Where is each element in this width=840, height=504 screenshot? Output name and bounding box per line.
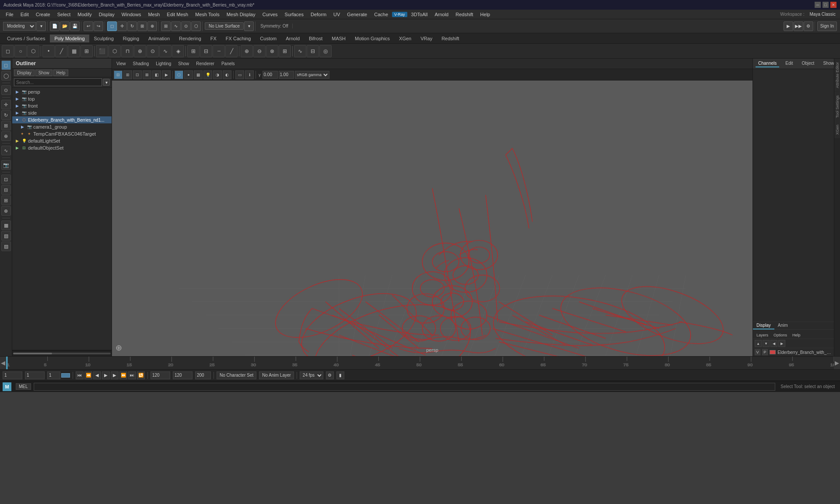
camera-icon[interactable]: 📷 (1, 160, 11, 170)
mode-animation[interactable]: Animation (144, 35, 174, 42)
transport-loop-btn[interactable]: 🔁 (137, 371, 145, 379)
frame-current-input[interactable] (25, 371, 45, 379)
mode-redshift[interactable]: Redshift (437, 35, 463, 42)
shelf-combine[interactable]: ⊕ (241, 45, 253, 57)
dp-tab-anim[interactable]: Anim (774, 322, 791, 329)
menu-deform[interactable]: Deform (308, 11, 329, 18)
shelf-target-weld[interactable]: ⊙ (147, 45, 159, 57)
shelf-offset-edge[interactable]: ⊟ (200, 45, 212, 57)
universal-tool-button[interactable]: ⊕ (147, 21, 157, 31)
shelf-insert-edge[interactable]: ⊞ (187, 45, 200, 57)
mode-vray[interactable]: VRay (416, 35, 437, 42)
snap-curve-button[interactable]: ∿ (171, 21, 181, 31)
shelf-face[interactable]: ▦ (68, 45, 80, 57)
playback-end-btn[interactable]: ▮ (336, 371, 344, 379)
menu-edit-mesh[interactable]: Edit Mesh (164, 11, 191, 18)
shelf-slice[interactable]: ╱ (225, 45, 238, 57)
menu-help[interactable]: Help (477, 11, 494, 18)
render-button[interactable]: ▶ (784, 21, 793, 31)
timeline-ruler[interactable]: 1 5 10 15 20 25 30 35 40 45 50 55 60 65 … (6, 357, 834, 369)
playback-setting-btn[interactable]: ⚙ (326, 371, 334, 379)
vp-cam-persp2[interactable]: ◧ (152, 70, 161, 79)
outliner-search-input[interactable] (14, 78, 102, 86)
rs-tab-attr[interactable]: Attribute Editor (834, 59, 840, 92)
outliner-display-btn[interactable]: Display (14, 70, 35, 76)
render-seq-button[interactable]: ▶▶ (794, 21, 803, 31)
vp-menu-show[interactable]: Show (175, 60, 192, 67)
mode-sculpting[interactable]: Sculpting (90, 35, 118, 42)
layer-help-btn[interactable]: Help (791, 332, 802, 338)
select-tool-button[interactable]: ◻ (107, 21, 117, 31)
maximize-button[interactable]: □ (822, 2, 829, 8)
open-file-button[interactable]: 📂 (60, 21, 70, 31)
tool-option-2[interactable]: ⊟ (1, 185, 11, 195)
menu-windows[interactable]: Windows (119, 11, 144, 18)
vp-cam-side[interactable]: ⊡ (133, 70, 142, 79)
menu-edit[interactable]: Edit (18, 11, 32, 18)
menu-mesh-tools[interactable]: Mesh Tools (192, 11, 222, 18)
outliner-show-btn[interactable]: Show (35, 70, 52, 76)
vp-smooth-btn[interactable]: ● (184, 70, 193, 79)
transport-prev-btn[interactable]: ◀ (93, 371, 101, 379)
tool-option-1[interactable]: ⊡ (1, 175, 11, 184)
no-anim-layer-btn[interactable]: No Anim Layer (259, 371, 294, 379)
tool-option-4[interactable]: ⊕ (1, 206, 11, 216)
mode-poly-modeling[interactable]: Poly Modeling (50, 35, 89, 42)
snap-grid-button[interactable]: ⊞ (161, 21, 171, 31)
vp-menu-renderer[interactable]: Renderer (193, 60, 217, 67)
vp-menu-view[interactable]: View (114, 60, 129, 67)
layer-left-btn[interactable]: ◀ (770, 340, 777, 347)
shelf-bevel[interactable]: ⬡ (108, 45, 121, 57)
outliner-item-defaultlightset[interactable]: ▶ 💡 defaultLightSet (12, 137, 112, 144)
snap-surface-button[interactable]: ⬡ (191, 21, 201, 31)
mode-fx[interactable]: FX (206, 35, 221, 42)
mode-selector[interactable]: Modeling Rigging Animation (3, 22, 36, 31)
universal-manip-icon[interactable]: ⊕ (1, 131, 11, 141)
shelf-select[interactable]: ◻ (2, 45, 14, 57)
rotate-tool-button[interactable]: ↻ (127, 21, 137, 31)
mode-mash[interactable]: MASH (327, 35, 350, 42)
new-file-button[interactable]: 📄 (50, 21, 60, 31)
outliner-item-side[interactable]: ▶ 📷 side (12, 109, 112, 116)
lasso-mode-icon[interactable]: ◯ (1, 71, 11, 80)
end-frame-input[interactable] (150, 371, 170, 379)
mode-motion-graphics[interactable]: Motion Graphics (350, 35, 394, 42)
shelf-multi[interactable]: ⊞ (80, 45, 93, 57)
out-frame-input[interactable] (173, 371, 192, 379)
vp-anim-btn[interactable]: ▶ (162, 70, 171, 79)
menu-cache[interactable]: Cache (371, 11, 391, 18)
outliner-item-camera1[interactable]: ▶ 📷 camera1_group (12, 123, 112, 130)
menu-3dtoall[interactable]: 3DToAll (408, 11, 431, 18)
gamma-left-input[interactable] (262, 71, 278, 79)
move-tool-button[interactable]: ✛ (117, 21, 127, 31)
menu-redshift[interactable]: Redshift (452, 11, 476, 18)
mode-fx-caching[interactable]: FX Caching (221, 35, 255, 42)
move-icon[interactable]: ✛ (1, 100, 11, 109)
fps-select[interactable]: 24 fps 30 fps 60 fps (300, 371, 323, 379)
no-live-surface-button[interactable]: No Live Surface (205, 22, 244, 30)
outliner-scrollbar[interactable] (12, 350, 112, 356)
viewport-corner-nav[interactable]: ⊕ (116, 343, 122, 353)
mel-input[interactable] (34, 383, 776, 391)
scale-icon[interactable]: ⊞ (1, 121, 11, 130)
vp-gate-btn[interactable]: ▭ (235, 70, 244, 79)
outliner-item-elderberry[interactable]: ▼ ⬡ Elderberry_Branch_with_Berries_nd1..… (12, 116, 112, 123)
menu-arnold[interactable]: Arnold (431, 11, 452, 18)
live-surface-dropdown[interactable]: ▾ (244, 21, 254, 31)
layer-pickable-btn[interactable]: P (762, 349, 768, 355)
scale-tool-button[interactable]: ⊞ (137, 21, 147, 31)
shelf-merge[interactable]: ⊕ (134, 45, 146, 57)
shelf-mirror[interactable]: ⊞ (279, 45, 291, 57)
vp-heads-up-btn[interactable]: ℹ (245, 70, 254, 79)
outliner-item-persp[interactable]: ▶ 📷 persp (12, 88, 112, 95)
vp-menu-panels[interactable]: Panels (219, 60, 238, 67)
transport-play-btn[interactable]: ▶ (102, 371, 110, 379)
select-mode-icon[interactable]: ◻ (1, 60, 11, 70)
layer-icon-3[interactable]: ▨ (1, 242, 11, 251)
shelf-boolean[interactable]: ⊗ (266, 45, 278, 57)
layer-options-btn[interactable]: Layers (755, 332, 770, 338)
menu-create[interactable]: Create (33, 11, 53, 18)
menu-generate[interactable]: Generate (344, 11, 370, 18)
max-frame-input[interactable] (195, 371, 211, 379)
save-file-button[interactable]: 💾 (70, 21, 80, 31)
